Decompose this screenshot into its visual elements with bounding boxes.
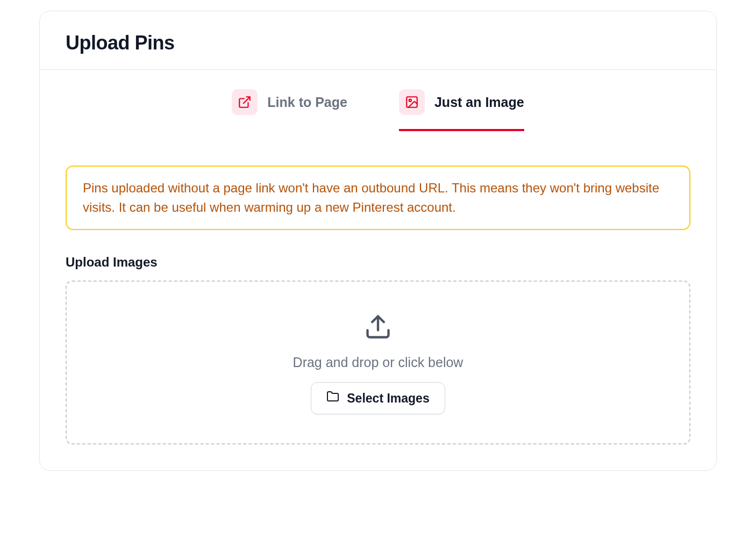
section-label: Upload Images (66, 255, 690, 270)
tab-label: Link to Page (267, 95, 347, 110)
upload-icon (364, 313, 392, 343)
select-images-button[interactable]: Select Images (311, 382, 445, 414)
card-header: Upload Pins (40, 11, 716, 70)
tab-just-an-image[interactable]: Just an Image (399, 89, 524, 131)
tab-bar: Link to Page Just an Image (40, 70, 716, 131)
image-icon (399, 89, 425, 115)
card-body: Pins uploaded without a page link won't … (40, 131, 716, 470)
upload-pins-card: Upload Pins Link to Page Just an Ima (39, 11, 717, 471)
external-link-icon (232, 89, 258, 115)
tab-link-to-page[interactable]: Link to Page (232, 89, 347, 131)
page-title: Upload Pins (66, 32, 690, 54)
folder-icon (326, 390, 339, 406)
drop-instruction-text: Drag and drop or click below (293, 355, 463, 370)
image-dropzone[interactable]: Drag and drop or click below Select Imag… (66, 281, 690, 444)
upload-section: Upload Images Drag and drop or click bel… (66, 255, 690, 444)
warning-alert: Pins uploaded without a page link won't … (66, 166, 690, 230)
tab-label: Just an Image (434, 95, 524, 110)
svg-point-1 (409, 99, 411, 102)
button-label: Select Images (347, 391, 429, 406)
alert-text: Pins uploaded without a page link won't … (83, 178, 673, 217)
